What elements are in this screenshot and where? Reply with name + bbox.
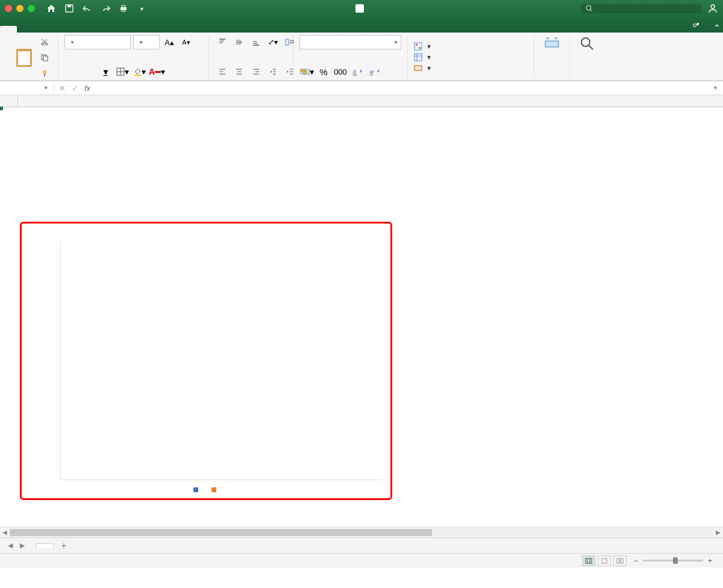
number-format-combo[interactable]: ▼ <box>299 35 401 49</box>
decrease-decimal-button[interactable]: ,00,0 <box>367 64 381 79</box>
zoom-control[interactable]: − + <box>634 557 717 565</box>
svg-rect-3 <box>122 5 125 7</box>
page-layout-view-button[interactable] <box>598 555 611 566</box>
svg-rect-13 <box>43 56 48 61</box>
svg-rect-63 <box>586 558 592 563</box>
borders-button[interactable]: ▾ <box>115 64 130 79</box>
decrease-font-button[interactable]: A▾ <box>179 35 193 49</box>
indent-icon <box>286 67 294 76</box>
cells-group <box>534 35 570 79</box>
orientation-button[interactable]: ⤢▾ <box>266 35 280 49</box>
tab-page-layout[interactable] <box>51 26 67 33</box>
search-input[interactable] <box>581 4 701 13</box>
cells-icon <box>544 36 560 52</box>
svg-rect-55 <box>419 47 421 49</box>
tab-home[interactable] <box>0 26 17 33</box>
svg-rect-19 <box>134 75 141 76</box>
currency-button[interactable]: ▾ <box>299 64 314 79</box>
cells-button[interactable] <box>540 35 563 55</box>
name-box[interactable]: ▼ <box>0 85 54 91</box>
copy-button[interactable] <box>37 51 52 65</box>
scroll-left-icon[interactable]: ◀ <box>0 528 10 537</box>
align-top-button[interactable] <box>215 35 230 49</box>
italic-button[interactable] <box>81 64 96 79</box>
svg-rect-30 <box>286 39 289 45</box>
print-icon[interactable] <box>117 2 130 15</box>
user-icon[interactable] <box>707 3 718 14</box>
font-color-button[interactable]: A▾ <box>149 64 165 79</box>
qat-dropdown-icon[interactable]: ▾ <box>135 2 148 15</box>
format-painter-button[interactable] <box>37 66 52 81</box>
conditional-format-button[interactable]: ▾ <box>414 41 528 52</box>
legend-item-1[interactable] <box>193 487 201 492</box>
page-break-view-button[interactable] <box>613 555 627 566</box>
fx-icon[interactable]: fx <box>84 84 90 93</box>
horizontal-scrollbar[interactable]: ◀ ▶ <box>0 527 723 537</box>
scroll-right-icon[interactable]: ▶ <box>713 528 723 537</box>
close-window[interactable] <box>5 5 12 12</box>
tab-draw[interactable] <box>34 26 51 33</box>
redo-icon[interactable] <box>99 2 112 15</box>
svg-rect-59 <box>415 66 422 70</box>
increase-decimal-button[interactable]: ,0,00 <box>350 64 365 79</box>
cancel-edit-icon[interactable]: ✕ <box>59 84 66 93</box>
align-center-button[interactable] <box>232 64 246 79</box>
svg-rect-66 <box>602 558 607 563</box>
comma-button[interactable]: 000 <box>333 64 348 79</box>
tab-view[interactable] <box>118 26 135 33</box>
collapse-ribbon-icon[interactable]: ⌃ <box>711 23 723 33</box>
sheet-prev-icon[interactable]: ◀ <box>5 540 16 551</box>
font-size-combo[interactable]: ▼ <box>133 35 160 49</box>
format-table-button[interactable]: ▾ <box>414 52 528 63</box>
align-middle-button[interactable] <box>232 35 246 49</box>
sheet-tab[interactable] <box>36 543 54 548</box>
align-bottom-button[interactable] <box>249 35 263 49</box>
tab-review[interactable] <box>101 26 118 33</box>
add-sheet-button[interactable]: + <box>57 539 71 553</box>
chart-object[interactable] <box>20 222 392 500</box>
fill-color-button[interactable]: ▾ <box>132 64 146 79</box>
legend-item-2[interactable] <box>211 487 219 492</box>
ribbon-tabs: ⌃ <box>0 17 723 33</box>
svg-text:,00: ,00 <box>352 73 357 76</box>
y-axis <box>29 240 60 480</box>
paste-label <box>13 81 52 82</box>
spreadsheet-grid[interactable] <box>0 95 723 527</box>
tab-data[interactable] <box>84 26 101 33</box>
bold-button[interactable] <box>64 64 79 79</box>
font-name-combo[interactable]: ▼ <box>64 35 131 49</box>
sheet-next-icon[interactable]: ▶ <box>17 540 28 551</box>
zoom-out-icon[interactable]: − <box>634 557 638 565</box>
inc-decimal-icon: ,0,00 <box>352 67 363 76</box>
confirm-edit-icon[interactable]: ✓ <box>72 84 78 93</box>
save-icon[interactable] <box>63 2 76 15</box>
align-right-button[interactable] <box>249 64 263 79</box>
align-left-button[interactable] <box>215 64 230 79</box>
undo-icon[interactable] <box>81 2 94 15</box>
tab-formulas[interactable] <box>67 26 84 33</box>
maximize-window[interactable] <box>28 5 35 12</box>
increase-font-button[interactable]: A▴ <box>162 35 177 49</box>
underline-button[interactable]: ▾ <box>98 64 113 79</box>
number-group: ▼ ▾ % 000 ,0,00 ,00,0 <box>293 35 408 79</box>
zoom-slider[interactable] <box>643 560 703 561</box>
percent-button[interactable]: % <box>316 64 331 79</box>
expand-formula-bar[interactable]: ▼ <box>713 85 718 91</box>
tab-insert[interactable] <box>17 26 34 33</box>
normal-view-button[interactable] <box>582 555 595 566</box>
select-all-corner[interactable] <box>0 95 18 107</box>
editing-button[interactable] <box>576 35 599 55</box>
paste-button[interactable] <box>13 45 35 70</box>
decrease-indent-button[interactable] <box>266 64 280 79</box>
zoom-in-icon[interactable]: + <box>708 557 712 565</box>
document-icon <box>355 4 364 13</box>
share-button[interactable] <box>684 18 711 33</box>
cell-styles-button[interactable]: ▾ <box>414 63 528 74</box>
svg-rect-1 <box>67 5 71 7</box>
svg-rect-4 <box>122 10 125 11</box>
home-icon[interactable] <box>45 2 58 15</box>
cut-button[interactable] <box>37 35 52 49</box>
window-title <box>355 4 368 13</box>
minimize-window[interactable] <box>16 5 23 12</box>
svg-point-48 <box>302 71 307 74</box>
